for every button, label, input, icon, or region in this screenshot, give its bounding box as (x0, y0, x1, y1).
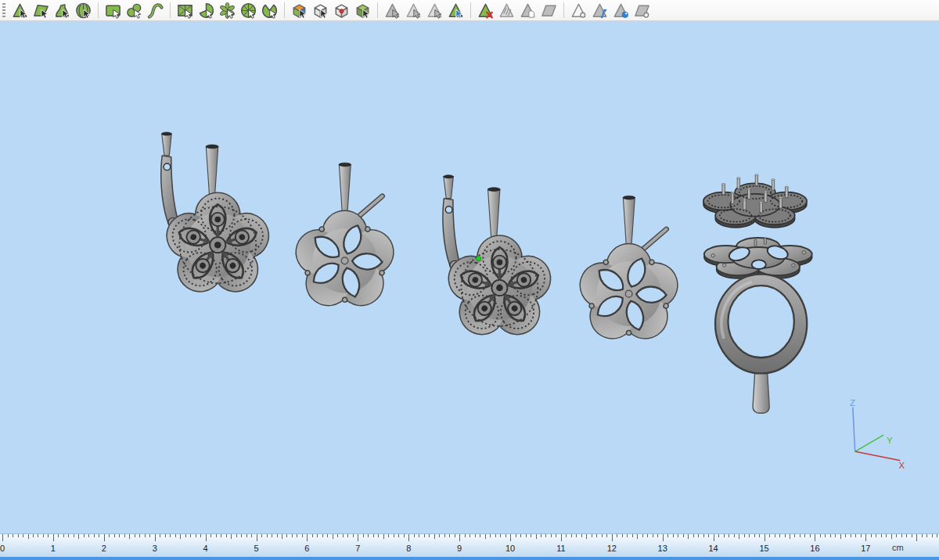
ruler-tick (226, 534, 227, 537)
ruler-tick (63, 534, 64, 537)
ruler-tick (358, 534, 358, 541)
model-ornate-flower-pendant-2[interactable] (443, 175, 556, 343)
shell-select-icon[interactable] (74, 2, 92, 20)
plane-vertex-icon[interactable] (633, 2, 651, 20)
ruler-tick (916, 534, 917, 541)
ruler-tick (170, 534, 171, 537)
ruler-tick (667, 534, 668, 537)
ruler-tick (292, 534, 293, 537)
ruler-tick (246, 534, 247, 537)
ring-flower-base[interactable] (704, 238, 812, 278)
ruler-tick (551, 534, 552, 537)
toolbar-separator (377, 2, 378, 18)
ruler-tick (459, 534, 460, 541)
ruler-tick (810, 534, 811, 537)
surface-select-icon[interactable] (53, 2, 71, 20)
ring-band[interactable] (715, 275, 807, 414)
plane-tool-icon[interactable] (540, 2, 558, 20)
view-cube-point-icon[interactable] (333, 2, 351, 20)
ruler-number: 15 (759, 544, 768, 553)
pie-selection-icon[interactable] (197, 2, 215, 20)
ruler-tick (739, 534, 739, 539)
ruler-tick (109, 534, 110, 537)
ruler-number: 17 (861, 544, 870, 553)
model-ornate-flower-pendant-1[interactable] (161, 132, 274, 300)
triangle-smooth-icon[interactable] (591, 2, 609, 20)
ruler-tick (693, 534, 694, 537)
ruler-tick (790, 534, 790, 539)
ruler-tick (500, 534, 501, 537)
ruler-tick (775, 534, 775, 537)
view-cube-white-icon[interactable] (311, 2, 329, 20)
toolbar-drag-handle[interactable] (2, 3, 5, 17)
toolbar-separator (563, 2, 564, 18)
viewport-3d[interactable]: Z Y X (0, 21, 939, 533)
ruler-tick (277, 534, 278, 537)
ruler-tick (241, 534, 242, 537)
ruler-tick (815, 534, 815, 541)
ruler-tick (602, 534, 603, 537)
triangle-select-icon[interactable] (11, 2, 29, 20)
triangle-point-blue-icon[interactable] (612, 2, 630, 20)
ruler-number: 4 (203, 544, 208, 553)
triangle-delete-icon[interactable] (477, 2, 495, 20)
axis-y-line (855, 435, 883, 451)
ruler-tick (353, 534, 354, 537)
ruler-tick (78, 534, 79, 539)
ruler-tick (88, 534, 89, 537)
sector-selection-icon[interactable] (261, 2, 279, 20)
viewport-canvas[interactable]: Z Y X (0, 21, 939, 533)
ruler-tick (297, 534, 297, 537)
ruler-number: 5 (254, 544, 258, 553)
ruler-tick (855, 534, 856, 537)
freeform-selection-icon[interactable] (146, 2, 164, 20)
ruler-tick (744, 534, 745, 537)
star-selection-icon[interactable] (218, 2, 236, 20)
ruler-tick (347, 534, 348, 537)
brush-selection-icon[interactable] (125, 2, 143, 20)
window-selection-icon[interactable] (176, 2, 194, 20)
ruler-tick (912, 534, 912, 537)
ruler-tick (99, 534, 99, 537)
ruler-tick (754, 534, 755, 537)
ruler-tick (896, 534, 897, 537)
ruler-tick (830, 534, 831, 537)
ruler-tick (272, 534, 272, 537)
ruler-tick (388, 534, 389, 537)
ruler-tick (373, 534, 374, 537)
model-flower-back-plate-2[interactable] (575, 196, 683, 346)
ruler-tick (683, 534, 684, 537)
ruler-tick (541, 534, 541, 537)
ruler-tick (434, 534, 435, 539)
ring-top-plate[interactable] (703, 174, 807, 228)
ruler-tick (647, 534, 648, 537)
model-flower-ring-assembly[interactable] (703, 174, 812, 413)
ruler-tick (33, 534, 34, 537)
plane-select-icon[interactable] (32, 2, 50, 20)
ruler-tick (53, 534, 54, 541)
triangle-mark-blue-icon[interactable] (447, 2, 465, 20)
triangle-copy-icon[interactable] (519, 2, 537, 20)
rectangle-selection-icon[interactable] (104, 2, 122, 20)
model-flower-back-plate-1[interactable] (291, 163, 399, 314)
triangle-vertex-icon[interactable] (570, 2, 588, 20)
ruler-tick (708, 534, 709, 537)
triangle-sketch-icon[interactable] (405, 2, 423, 20)
ruler-tick (765, 534, 765, 541)
triangle-tool-icon[interactable] (383, 2, 401, 20)
ruler-number: 14 (708, 544, 718, 553)
ruler-tick (383, 534, 384, 539)
ruler-tick (8, 534, 9, 537)
ruler-tick (104, 534, 105, 541)
triangle-sketch-alt-icon[interactable] (426, 2, 444, 20)
ruler-tick (714, 534, 714, 541)
view-cube-green-icon[interactable] (354, 2, 372, 20)
ruler-tick (312, 534, 313, 537)
ruler-tick (617, 534, 617, 537)
disc-selection-icon[interactable] (239, 2, 257, 20)
axis-z-label: Z (850, 398, 855, 407)
triangle-hatch-icon[interactable] (498, 2, 516, 20)
ruler-tick (561, 534, 562, 541)
view-cube-colored-icon[interactable] (290, 2, 308, 20)
ruler-tick (251, 534, 252, 537)
